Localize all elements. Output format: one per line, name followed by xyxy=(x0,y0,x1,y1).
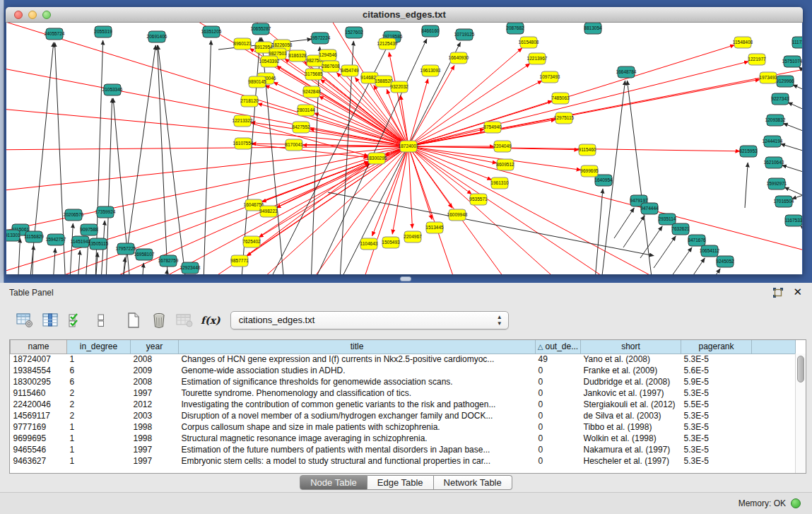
new-table-icon[interactable] xyxy=(123,310,144,331)
table-row[interactable]: 1938455462009Genome-wide association stu… xyxy=(11,365,796,376)
graph-edge[interactable] xyxy=(163,269,167,274)
network-view[interactable]: 2405572420553192069140616351205106552871… xyxy=(6,23,802,274)
table-mode-icon[interactable] xyxy=(14,310,35,331)
graph-edge[interactable] xyxy=(799,67,802,78)
column-header-filler xyxy=(752,340,796,354)
graph-edge[interactable] xyxy=(310,47,320,274)
splitter-handle[interactable] xyxy=(400,276,411,281)
graph-node-label: 1527602 xyxy=(345,30,363,35)
graph-edge[interactable] xyxy=(408,146,412,228)
column-header-short[interactable]: short xyxy=(581,340,681,354)
graph-edge[interactable] xyxy=(408,146,802,256)
graph-edge[interactable] xyxy=(273,82,408,146)
graph-edge[interactable] xyxy=(119,45,155,274)
column-header-pagerank[interactable]: pagerank xyxy=(681,340,752,354)
table-row[interactable]: 2242004622012Investigating the contribut… xyxy=(11,399,796,410)
graph-edge[interactable] xyxy=(745,163,748,208)
graph-node-label: 20206576 xyxy=(64,212,84,217)
graph-edge[interactable] xyxy=(801,226,802,235)
column-header-out-degree[interactable]: △out_de... xyxy=(536,340,581,354)
table-toolbar: f(x) citations_edges.txt ▲▼ xyxy=(0,302,812,339)
table-row[interactable]: 969969511998Structural magnetic resonanc… xyxy=(11,433,796,444)
select-rows-icon[interactable] xyxy=(65,310,86,331)
network-desktop: citations_edges.txt 24055724205531920691… xyxy=(0,0,812,283)
graph-node-label: 17016504 xyxy=(774,199,794,204)
graph-edge[interactable] xyxy=(69,223,73,274)
table-row[interactable]: 911546021997Tourette syndrome. Phenomeno… xyxy=(11,387,796,399)
graph-edge[interactable] xyxy=(319,96,408,146)
graph-edge[interactable] xyxy=(408,62,748,146)
graph-edge[interactable] xyxy=(640,226,662,258)
graph-node-label: 18724007 xyxy=(399,144,419,148)
graph-edge[interactable] xyxy=(627,81,655,274)
graph-edge[interactable] xyxy=(670,247,692,274)
graph-edge[interactable] xyxy=(408,81,542,146)
clear-selection-icon[interactable] xyxy=(90,310,112,331)
graph-edge[interactable] xyxy=(269,162,369,211)
table-row[interactable]: 1456911722003Disruption of a novel membe… xyxy=(11,410,796,421)
table-row[interactable]: 1830029562008Estimation of significance … xyxy=(11,376,796,387)
graph-edge[interactable] xyxy=(408,146,452,208)
delete-table-icon[interactable] xyxy=(148,310,170,331)
graph-edge[interactable] xyxy=(792,192,802,199)
graph-edge[interactable] xyxy=(408,146,497,163)
graph-node-label: 8215953 xyxy=(739,148,758,153)
table-tabs: Node Table Edge Table Network Table xyxy=(0,473,812,492)
graph-edge[interactable] xyxy=(392,146,408,234)
column-header-name[interactable]: name xyxy=(11,340,67,354)
graph-edge[interactable] xyxy=(780,144,802,153)
function-builder-icon[interactable]: f(x) xyxy=(201,315,220,326)
graph-edge[interactable] xyxy=(699,269,720,274)
graph-node-label: 8813054 xyxy=(584,25,602,30)
graph-edge[interactable] xyxy=(683,258,705,274)
graph-edge[interactable] xyxy=(654,236,676,268)
graph-node-label: 2055319 xyxy=(94,29,112,34)
graph-node-label: 10654112 xyxy=(700,248,720,253)
show-columns-icon[interactable] xyxy=(40,310,61,331)
graph-edge[interactable] xyxy=(623,216,645,247)
table-row[interactable]: 977716911998Corpus callosum shape and si… xyxy=(11,421,796,433)
graph-edge[interactable] xyxy=(17,238,20,274)
graph-edge[interactable] xyxy=(783,123,802,134)
tab-node-table[interactable]: Node Table xyxy=(300,475,367,490)
table-row[interactable]: 1872400712008Changes of HCN gene express… xyxy=(11,354,796,365)
citation-network-canvas[interactable]: 2405572420553192069140616351205106552871… xyxy=(6,23,802,274)
graph-edge[interactable] xyxy=(782,165,802,175)
graph-edge[interactable] xyxy=(408,79,760,146)
graph-edge[interactable] xyxy=(76,250,80,274)
graph-edge[interactable] xyxy=(265,86,408,146)
network-window[interactable]: citations_edges.txt 24055724205531920691… xyxy=(6,7,803,274)
graph-edge[interactable] xyxy=(203,40,211,274)
graph-edge[interactable] xyxy=(793,85,802,93)
graph-node-label: 7485063 xyxy=(551,95,570,100)
graph-node-label: 1167533 xyxy=(785,218,802,223)
memory-ok-indicator[interactable] xyxy=(791,498,801,508)
close-panel-icon[interactable]: ✕ xyxy=(793,286,802,298)
graph-edge[interactable] xyxy=(162,146,408,274)
graph-edge[interactable] xyxy=(252,163,370,242)
graph-node-label: 20691406 xyxy=(147,34,167,39)
table-row[interactable]: 946554611997Estimation of the future num… xyxy=(11,444,796,455)
table-selector[interactable]: citations_edges.txt ▲▼ xyxy=(230,311,509,329)
tab-edge-table[interactable]: Edge Table xyxy=(367,475,434,490)
float-panel-icon[interactable] xyxy=(772,287,784,298)
table-scrollbar[interactable] xyxy=(795,354,806,473)
column-header-title[interactable]: title xyxy=(179,340,536,354)
network-window-titlebar[interactable]: citations_edges.txt xyxy=(6,7,803,23)
graph-edge[interactable] xyxy=(408,146,740,151)
graph-edge[interactable] xyxy=(276,146,408,208)
graph-edge[interactable] xyxy=(593,189,603,274)
tab-network-table[interactable]: Network Table xyxy=(434,475,512,490)
graph-edge[interactable] xyxy=(788,103,802,113)
graph-node-label: 3175685 xyxy=(305,71,323,76)
graph-edge[interactable] xyxy=(52,248,55,274)
graph-edge[interactable] xyxy=(35,146,408,274)
graph-node-label: 1588520 xyxy=(375,78,393,83)
table-row[interactable]: 946362711997Embryonic stem cells: a mode… xyxy=(11,455,796,467)
graph-node-label: 16009948 xyxy=(447,212,468,217)
graph-edge[interactable] xyxy=(614,208,634,238)
graph-node-label: 9498223 xyxy=(259,209,278,214)
scrollbar-thumb[interactable] xyxy=(797,356,804,382)
column-header-in-degree[interactable]: in_degree xyxy=(67,340,131,354)
column-header-year[interactable]: year xyxy=(131,340,179,354)
